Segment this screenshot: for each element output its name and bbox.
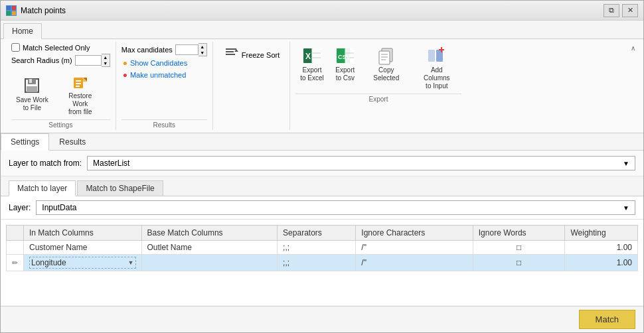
max-candidates-row: Max candidates 30 ▲ ▼ bbox=[121, 43, 207, 56]
save-work-label: Save Work to File bbox=[16, 96, 48, 112]
settings-group: Match Selected Only Search Radius (m) 50… bbox=[6, 42, 116, 130]
make-unmatched-button[interactable]: ● Make unmatched bbox=[121, 70, 207, 80]
save-icon bbox=[21, 75, 42, 96]
tab-match-to-shapefile[interactable]: Match to ShapeFile bbox=[77, 180, 163, 196]
row1-in-match-value: Longitude bbox=[31, 258, 66, 267]
col-edit-header bbox=[7, 226, 24, 241]
row0-edit-cell bbox=[7, 241, 24, 255]
csv-icon: CSV bbox=[335, 45, 356, 66]
export-excel-label: Export to Excel bbox=[300, 66, 324, 82]
tab-match-to-layer[interactable]: Match to layer bbox=[9, 180, 76, 196]
add-columns-button[interactable]: Add Columns to Input bbox=[412, 43, 461, 92]
max-candidates-spinbox: 30 ▲ ▼ bbox=[175, 43, 207, 56]
table-body: Customer Name Outlet Name ;,; /" □ 1.00 … bbox=[7, 241, 638, 271]
row0-ignore-chars[interactable]: /" bbox=[356, 241, 473, 255]
add-columns-label: Add Columns to Input bbox=[417, 66, 457, 90]
tab-settings[interactable]: Settings bbox=[1, 133, 49, 151]
spinbox-down[interactable]: ▼ bbox=[102, 60, 110, 66]
spinbox-up[interactable]: ▲ bbox=[102, 54, 110, 60]
col-base-match-header: Base Match Columns bbox=[141, 226, 278, 241]
restore-button[interactable]: ⧉ bbox=[604, 4, 619, 17]
svg-text:CSV: CSV bbox=[338, 54, 351, 60]
export-excel-button[interactable]: X Export to Excel bbox=[295, 43, 329, 84]
col-separators-header: Separators bbox=[278, 226, 356, 241]
svg-rect-32 bbox=[379, 51, 390, 64]
show-candidates-button[interactable]: ● Show Candidates bbox=[121, 58, 207, 68]
layer-dropdown-chevron: ▼ bbox=[623, 204, 629, 212]
ribbon-collapse[interactable]: ∧ bbox=[628, 42, 638, 130]
row1-base-match[interactable] bbox=[141, 255, 278, 271]
svg-rect-0 bbox=[7, 6, 11, 10]
save-work-button[interactable]: Save Work to File bbox=[11, 73, 53, 114]
search-radius-spinbox: 500 ▲ ▼ bbox=[75, 54, 110, 67]
show-candidates-label: Show Candidates bbox=[130, 59, 187, 67]
row0-in-match[interactable]: Customer Name bbox=[24, 241, 142, 255]
ribbon-tabs: Home bbox=[1, 21, 643, 38]
ribbon-content: Match Selected Only Search Radius (m) 50… bbox=[1, 38, 643, 133]
layer-to-match-from-value: MasterList bbox=[93, 159, 129, 168]
svg-rect-20 bbox=[311, 48, 321, 63]
layer-row-label: Layer: bbox=[9, 203, 31, 212]
row0-base-match[interactable]: Outlet Name bbox=[141, 241, 278, 255]
svg-rect-3 bbox=[12, 11, 16, 15]
table-row[interactable]: Customer Name Outlet Name ;,; /" □ 1.00 bbox=[7, 241, 638, 255]
row1-ignore-chars[interactable]: /" bbox=[356, 255, 473, 271]
results-actions: ● Show Candidates ● Make unmatched bbox=[121, 58, 207, 80]
row1-weighting[interactable]: 1.00 bbox=[565, 255, 638, 271]
freeze-sort-group: Freeze Sort bbox=[213, 42, 290, 130]
sub-tabs: Settings Results bbox=[1, 133, 643, 151]
search-radius-row: Search Radius (m) 500 ▲ ▼ bbox=[11, 54, 110, 67]
tab-home[interactable]: Home bbox=[3, 23, 42, 39]
add-columns-icon bbox=[426, 45, 447, 66]
export-items: X Export to Excel bbox=[295, 43, 461, 92]
col-ignore-words-header: Ignore Words bbox=[473, 226, 565, 241]
row0-weighting[interactable]: 1.00 bbox=[565, 241, 638, 255]
row0-ignore-words[interactable]: □ bbox=[473, 241, 565, 255]
export-group-label: Export bbox=[295, 94, 461, 103]
max-candidates-label: Max candidates bbox=[121, 46, 173, 54]
layer-dropdown[interactable]: InputData ▼ bbox=[36, 200, 635, 215]
export-csv-button[interactable]: CSV Export to Csv bbox=[330, 43, 361, 84]
max-candidates-input[interactable]: 30 bbox=[175, 44, 199, 55]
restore-work-button[interactable]: Restore Work from file bbox=[56, 69, 105, 118]
search-radius-input[interactable]: 500 bbox=[75, 55, 102, 66]
row0-separators[interactable]: ;,; bbox=[278, 241, 356, 255]
make-unmatched-icon: ● bbox=[123, 70, 127, 80]
title-bar-controls: ⧉ ✕ bbox=[604, 4, 638, 17]
svg-rect-11 bbox=[76, 80, 81, 82]
row1-separators[interactable]: ;,; bbox=[278, 255, 356, 271]
freeze-sort-button[interactable]: Freeze Sort bbox=[218, 43, 284, 66]
app-icon bbox=[6, 5, 17, 16]
collapse-icon: ∧ bbox=[631, 44, 635, 52]
results-group: Max candidates 30 ▲ ▼ ● Show Candid bbox=[116, 42, 213, 130]
col-in-match-header: In Match Columns bbox=[24, 226, 142, 241]
row1-in-match[interactable]: Longitude ▼ bbox=[24, 255, 142, 271]
row1-ignore-words[interactable]: □ bbox=[473, 255, 565, 271]
layer-to-match-from-section: Layer to match from: MasterList ▼ bbox=[1, 151, 643, 176]
restore-work-label: Restore Work from file bbox=[60, 92, 100, 116]
main-window: Match points ⧉ ✕ Home Match Selected Onl… bbox=[0, 0, 644, 333]
export-group: X Export to Excel bbox=[290, 42, 467, 130]
svg-rect-1 bbox=[12, 6, 16, 10]
max-candidates-down[interactable]: ▼ bbox=[199, 50, 206, 56]
match-selected-label: Match Selected Only bbox=[23, 44, 90, 52]
row1-in-match-dropdown[interactable]: ▼ bbox=[128, 259, 134, 266]
close-button[interactable]: ✕ bbox=[622, 4, 638, 17]
svg-rect-13 bbox=[76, 86, 80, 87]
match-selected-checkbox[interactable] bbox=[11, 43, 20, 52]
settings-controls: Match Selected Only Search Radius (m) 50… bbox=[11, 43, 110, 118]
excel-icon: X bbox=[301, 45, 323, 66]
tab-results[interactable]: Results bbox=[49, 133, 96, 150]
title-bar: Match points ⧉ ✕ bbox=[1, 1, 643, 21]
max-candidates-up[interactable]: ▲ bbox=[199, 44, 206, 50]
results-controls: Max candidates 30 ▲ ▼ ● Show Candid bbox=[121, 43, 207, 118]
content-area: Settings Results Layer to match from: Ma… bbox=[1, 133, 643, 306]
svg-text:X: X bbox=[305, 52, 311, 61]
layer-to-match-from-select[interactable]: MasterList ▼ bbox=[87, 156, 635, 170]
max-candidates-spinbox-btns: ▲ ▼ bbox=[199, 43, 207, 56]
show-candidates-icon: ● bbox=[123, 58, 127, 68]
match-button[interactable]: Match bbox=[579, 310, 635, 329]
copy-selected-button[interactable]: Copy Selected bbox=[362, 43, 411, 84]
svg-rect-2 bbox=[7, 11, 11, 15]
table-row[interactable]: ✏ Longitude ▼ ;,; /" □ 1.00 bbox=[7, 255, 638, 271]
